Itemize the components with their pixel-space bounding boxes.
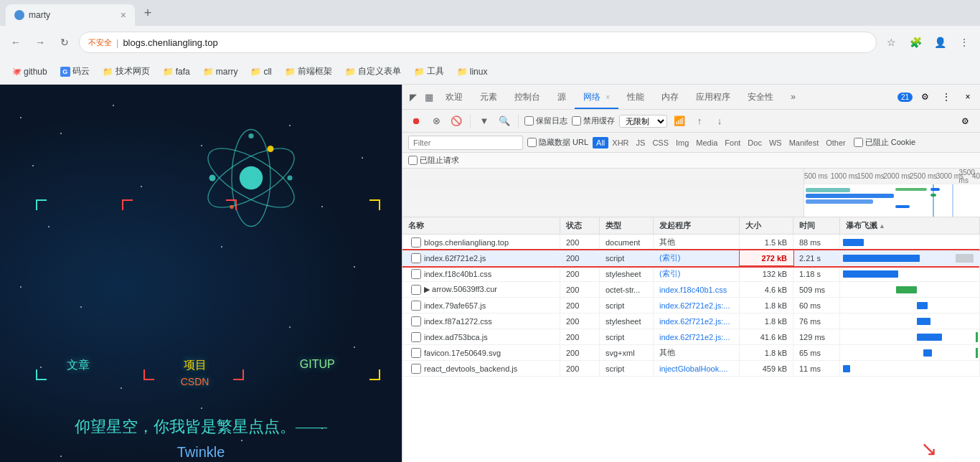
- filter-img[interactable]: Img: [672, 137, 692, 148]
- tab-console[interactable]: 控制台: [506, 85, 549, 109]
- row-checkbox-2[interactable]: [411, 253, 421, 263]
- preserve-log-label[interactable]: 保留日志: [524, 116, 567, 126]
- filter-manifest[interactable]: Manifest: [786, 137, 823, 148]
- disable-cache-label[interactable]: 禁用缓存: [572, 116, 615, 126]
- table-row[interactable]: index.79afe657.js 200 script index.62f72…: [402, 298, 980, 314]
- blog-nav-article[interactable]: 文章: [67, 358, 90, 387]
- tab-application[interactable]: 应用程序: [687, 85, 739, 109]
- table-row[interactable]: react_devtools_backend.js 200 script inj…: [402, 361, 980, 377]
- blog-nav-csdn[interactable]: CSDN: [181, 376, 209, 387]
- tab-more[interactable]: »: [782, 85, 804, 109]
- table-row[interactable]: blogs.chenliangliang.top 200 document 其他…: [402, 235, 980, 250]
- bookmark-fafa[interactable]: 📁 fafa: [157, 64, 196, 80]
- address-bar[interactable]: 不安全 | blogs.chenliangling.top: [79, 32, 877, 53]
- tab-welcome[interactable]: 欢迎: [437, 85, 471, 109]
- filter-css[interactable]: CSS: [649, 137, 672, 148]
- row-initiator-3[interactable]: (索引): [654, 266, 740, 281]
- tab-source[interactable]: 源: [549, 85, 575, 109]
- blocked-requests-checkbox[interactable]: [408, 156, 418, 165]
- search-btn[interactable]: 🔍: [496, 113, 512, 129]
- hide-data-urls-checkbox[interactable]: [527, 138, 537, 147]
- col-header-size[interactable]: 大小: [740, 217, 793, 234]
- blocked-requests-label[interactable]: 已阻止请求: [408, 155, 459, 166]
- bookmark-jishu[interactable]: 📁 技术网页: [97, 62, 156, 80]
- block-cookies-checkbox[interactable]: [854, 138, 863, 147]
- table-row[interactable]: index.ad753bca.js 200 script index.62f72…: [402, 329, 980, 345]
- block-cookies-label[interactable]: 已阻止 Cookie: [854, 137, 915, 148]
- forward-button[interactable]: →: [30, 32, 50, 52]
- row-checkbox-4[interactable]: [411, 285, 421, 295]
- preserve-log-checkbox[interactable]: [524, 116, 534, 126]
- row-checkbox-6[interactable]: [411, 316, 421, 326]
- record-btn[interactable]: ⏺: [408, 113, 424, 129]
- filter-doc[interactable]: Doc: [744, 137, 765, 148]
- col-header-name[interactable]: 名称: [402, 217, 560, 234]
- table-row[interactable]: index.f18c40b1.css 200 stylesheet (索引) 1…: [402, 266, 980, 282]
- row-initiator-2[interactable]: (索引): [654, 250, 740, 265]
- tab-elements[interactable]: 元素: [471, 85, 506, 109]
- col-header-initiator[interactable]: 发起程序: [654, 217, 740, 234]
- col-header-status[interactable]: 状态: [560, 217, 600, 234]
- row-checkbox-5[interactable]: [411, 301, 421, 311]
- extension-btn[interactable]: 🧩: [905, 32, 925, 52]
- active-browser-tab[interactable]: marty ×: [6, 4, 135, 26]
- col-header-time[interactable]: 时间: [793, 217, 840, 234]
- bookmark-gongju[interactable]: 📁 工具: [408, 62, 450, 80]
- row-initiator-6[interactable]: index.62f721e2.js:...: [654, 314, 740, 329]
- table-row[interactable]: index.f87a1272.css 200 stylesheet index.…: [402, 314, 980, 329]
- profile-btn[interactable]: 👤: [930, 32, 950, 52]
- bookmark-linux[interactable]: 📁 linux: [451, 64, 494, 80]
- row-checkbox-1[interactable]: [411, 237, 421, 248]
- row-initiator-4[interactable]: index.f18c40b1.css: [654, 282, 740, 297]
- back-button[interactable]: ←: [6, 32, 26, 52]
- devtools-device-btn[interactable]: ▦: [421, 89, 437, 105]
- tab-close-btn[interactable]: ×: [121, 9, 126, 21]
- clear-btn[interactable]: 🚫: [448, 113, 464, 129]
- blog-nav-gitup[interactable]: GITUP: [300, 358, 335, 387]
- row-checkbox-8[interactable]: [411, 348, 421, 358]
- throttle-select[interactable]: 无限制 快速3G 慢速3G: [619, 115, 667, 128]
- col-header-waterfall[interactable]: 瀑布飞溅 ▲: [840, 217, 980, 234]
- filter-xhr[interactable]: XHR: [608, 137, 632, 148]
- devtools-inspect-btn[interactable]: ◤: [405, 89, 421, 105]
- tab-security[interactable]: 安全性: [739, 85, 782, 109]
- row-initiator-9[interactable]: injectGlobalHook....: [654, 361, 740, 376]
- bookmark-qianduan[interactable]: 📁 前端框架: [279, 62, 338, 80]
- filter-other[interactable]: Other: [822, 137, 849, 148]
- table-row[interactable]: ▶ arrow.50639ff3.cur 200 octet-str... in…: [402, 282, 980, 298]
- col-header-type[interactable]: 类型: [600, 217, 654, 234]
- network-tab-close[interactable]: ×: [606, 93, 610, 101]
- filter-media[interactable]: Media: [692, 137, 721, 148]
- filter-js[interactable]: JS: [633, 137, 649, 148]
- refresh-button[interactable]: ↻: [55, 32, 75, 52]
- bookmark-btn[interactable]: ☆: [881, 32, 901, 52]
- network-settings-btn[interactable]: ⚙: [956, 112, 974, 131]
- upload-btn[interactable]: ↑: [692, 113, 707, 129]
- tab-memory[interactable]: 内存: [653, 85, 687, 109]
- download-btn[interactable]: ↓: [712, 113, 727, 129]
- bookmark-github[interactable]: 🐙 github: [6, 64, 53, 80]
- filter-font[interactable]: Font: [721, 137, 744, 148]
- stop-btn[interactable]: ⊗: [428, 113, 444, 129]
- devtools-settings-btn[interactable]: ⚙: [915, 88, 934, 106]
- bookmark-cll[interactable]: 📁 cll: [245, 64, 277, 80]
- row-checkbox-9[interactable]: [411, 364, 421, 374]
- row-initiator-5[interactable]: index.62f721e2.js:...: [654, 298, 740, 313]
- filter-all[interactable]: All: [593, 137, 608, 148]
- disable-cache-checkbox[interactable]: [572, 116, 581, 126]
- row-checkbox-3[interactable]: [411, 269, 421, 279]
- devtools-dock-btn[interactable]: ⋮: [937, 88, 956, 106]
- row-checkbox-7[interactable]: [411, 332, 421, 342]
- hide-data-urls-label[interactable]: 隐藏数据 URL: [527, 137, 588, 148]
- filter-btn[interactable]: ▼: [476, 113, 492, 129]
- table-row[interactable]: favicon.17e50649.svg 200 svg+xml 其他 1.8 …: [402, 345, 980, 361]
- bookmark-muyun[interactable]: G 码云: [55, 62, 95, 80]
- wifi-btn[interactable]: 📶: [672, 113, 687, 129]
- bookmark-zidingyi[interactable]: 📁 自定义表单: [339, 62, 407, 80]
- menu-btn[interactable]: ⋮: [954, 32, 974, 52]
- devtools-close-btn[interactable]: ×: [958, 88, 977, 106]
- new-tab-button[interactable]: +: [138, 3, 158, 23]
- blog-nav-project[interactable]: 项目: [184, 358, 207, 373]
- table-row-selected[interactable]: index.62f721e2.js 200 script (索引) 272 kB…: [402, 250, 980, 266]
- row-initiator-7[interactable]: index.62f721e2.js:...: [654, 329, 740, 344]
